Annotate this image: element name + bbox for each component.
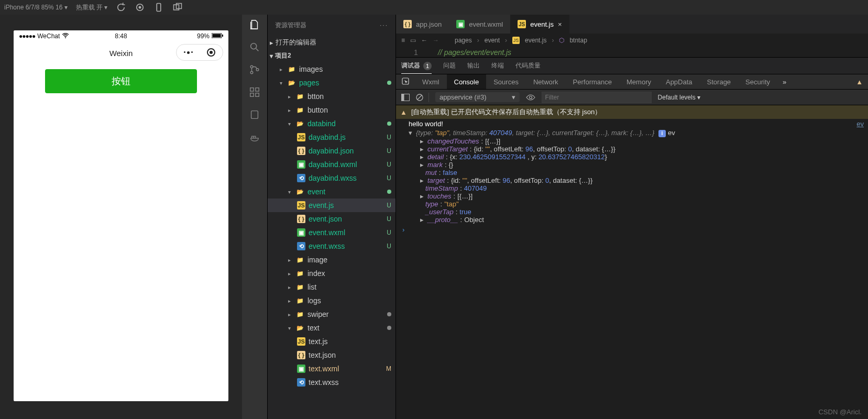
nav-title: Weixin [109, 49, 133, 58]
refresh-icon[interactable] [116, 2, 126, 13]
tab-debugger[interactable]: 调试器1 [401, 61, 432, 70]
close-icon[interactable]: × [558, 20, 562, 28]
files-icon[interactable] [249, 19, 260, 32]
folder-image[interactable]: ▸📁image [268, 253, 395, 267]
log-levels-select[interactable]: Default levels ▾ [658, 94, 700, 101]
capsule-menu[interactable] [176, 44, 223, 61]
dev-performance[interactable]: Performance [566, 74, 619, 89]
console-output[interactable]: ▲ [自动热重载] 已开启代码文件保存后自动热重载（不支持 json） hell… [396, 105, 868, 419]
eye-icon[interactable] [526, 94, 535, 101]
prop-changedTouches[interactable]: ▸changedTouches: [{…}] [396, 137, 868, 145]
search-icon[interactable] [249, 41, 260, 54]
tab-problems[interactable]: 问题 [443, 61, 456, 70]
prop-mark[interactable]: ▸mark: {} [396, 161, 868, 169]
file-text-json[interactable]: { }text.json [268, 348, 395, 362]
green-button[interactable]: 按钮 [45, 69, 197, 93]
dev-wxml[interactable]: Wxml [415, 74, 447, 89]
folder-btton[interactable]: ▸📁btton [268, 90, 395, 103]
dev-network[interactable]: Network [526, 74, 566, 89]
dev-storage[interactable]: Storage [700, 74, 739, 89]
file-dayabind-wxss[interactable]: ⟲dayabind.wxssU [268, 171, 395, 185]
bookmark-icon[interactable]: ▭ [410, 37, 416, 44]
extensions-icon[interactable] [249, 86, 260, 100]
file-dayabind-wxml[interactable]: ▣dayabind.wxmlU [268, 158, 395, 171]
warning-badge[interactable]: ▲ [856, 78, 863, 86]
git-icon[interactable] [249, 64, 260, 77]
open-editors-section[interactable]: ▸ 打开的编辑器 [268, 36, 395, 49]
db-icon[interactable] [249, 109, 260, 122]
file-text-js[interactable]: JStext.js [268, 335, 395, 348]
file-event-js[interactable]: JSevent.jsU [268, 199, 395, 212]
phone-frame: ●●●●● WeChat 8:48 99% Weixin 按钮 [14, 30, 228, 401]
folder-button[interactable]: ▸📁button [268, 103, 395, 117]
device-select[interactable]: iPhone 6/7/8 85% 16 ▾ [4, 4, 68, 11]
dev-memory[interactable]: Memory [619, 74, 658, 89]
prop-detail[interactable]: ▸detail: {x: 230.46250915527344 , y: 20.… [396, 153, 868, 161]
crumb-file[interactable]: event.js [525, 37, 546, 44]
device-icon[interactable] [153, 2, 164, 13]
tab-app-json[interactable]: { }app.json [396, 15, 449, 34]
folder-logs[interactable]: ▸📁logs [268, 294, 395, 307]
crumb-event[interactable]: event [485, 37, 500, 44]
dev-console[interactable]: Console [447, 74, 487, 89]
folder-list[interactable]: ▸📁list [268, 280, 395, 294]
more-tabs-icon[interactable]: » [777, 78, 792, 86]
folder-pages[interactable]: ▾📂pages [268, 76, 395, 90]
tab-output[interactable]: 输出 [467, 61, 480, 70]
dev-security[interactable]: Security [738, 74, 777, 89]
code-view[interactable]: 1 // pages/event/event.js [396, 47, 868, 57]
folder-images[interactable]: ▸📁images [268, 62, 395, 76]
hot-reload-toggle[interactable]: 热重载 开 ▾ [76, 3, 108, 12]
file-dayabind-js[interactable]: JSdayabind.jsU [268, 130, 395, 144]
tab-event-wxml[interactable]: ▣event.wxml [449, 15, 510, 34]
folder-swiper[interactable]: ▸📁swiper [268, 307, 395, 321]
file-event-wxml[interactable]: ▣event.wxmlU [268, 226, 395, 239]
folder-text[interactable]: ▾📂text [268, 321, 395, 335]
close-target-icon[interactable] [207, 48, 215, 57]
source-link[interactable]: ev [856, 120, 864, 128]
file-tree: ▸📁images ▾📂pages ▸📁btton ▸📁button ▾📂data… [268, 62, 395, 389]
filter-input[interactable] [542, 92, 652, 103]
source-link[interactable]: ev [668, 129, 675, 137]
context-select[interactable]: appservice (#3)▾ [435, 92, 520, 102]
console-prompt[interactable]: › [396, 224, 868, 236]
file-text-wxss[interactable]: ⟲text.wxss [268, 376, 395, 389]
back-icon[interactable]: ← [421, 37, 427, 44]
file-event-json[interactable]: { }event.jsonU [268, 212, 395, 226]
dev-appdata[interactable]: AppData [658, 74, 700, 89]
more-icon[interactable]: ··· [380, 21, 388, 29]
svg-rect-2 [157, 4, 161, 12]
tab-codequality[interactable]: 代码质量 [515, 61, 541, 70]
log-object-summary[interactable]: ▾ {type: "tap", timeStamp: 407049, targe… [396, 129, 868, 137]
list-icon[interactable]: ≡ [401, 37, 405, 44]
folder-event[interactable]: ▾📂event [268, 185, 395, 199]
project-section[interactable]: ▾ 项目2 [268, 49, 395, 62]
prop-currentTarget[interactable]: ▸currentTarget: {id: "", offsetLeft: 96,… [396, 145, 868, 153]
inspect-icon[interactable] [396, 77, 415, 87]
folder-index[interactable]: ▸📁index [268, 267, 395, 280]
crumb-pages[interactable]: pages [455, 37, 472, 44]
file-text-wxml[interactable]: ▣text.wxmlM [268, 362, 395, 376]
prop-proto[interactable]: ▸__proto__: Object [396, 216, 868, 224]
tab-event-js[interactable]: JSevent.js× [510, 15, 569, 34]
triangle-down-icon[interactable]: ▾ [409, 129, 414, 137]
clear-console-icon[interactable] [416, 93, 429, 102]
file-dayabind-json[interactable]: { }dayabind.jsonU [268, 144, 395, 158]
crumb-symbol[interactable]: btntap [569, 37, 587, 44]
prop-target[interactable]: ▸target: {id: "", offsetLeft: 96, offset… [396, 177, 868, 184]
forward-icon[interactable]: → [433, 37, 439, 44]
svg-rect-20 [402, 94, 404, 101]
more-icon[interactable] [184, 51, 193, 54]
tab-terminal[interactable]: 终端 [491, 61, 504, 70]
windows-icon[interactable] [172, 2, 183, 13]
folder-databind[interactable]: ▾📂databind [268, 117, 395, 130]
info-icon[interactable]: i [658, 130, 666, 137]
file-event-wxss[interactable]: ⟲event.wxssU [268, 239, 395, 253]
explorer-title: 资源管理器 [275, 21, 306, 30]
dev-sources[interactable]: Sources [486, 74, 526, 89]
record-icon[interactable] [135, 2, 145, 13]
prop-touches[interactable]: ▸touches: [{…}] [396, 192, 868, 200]
docker-icon[interactable] [249, 131, 260, 145]
sidebar-toggle-icon[interactable] [401, 94, 410, 101]
editor-tabs: { }app.json ▣event.wxml JSevent.js× [396, 15, 868, 34]
